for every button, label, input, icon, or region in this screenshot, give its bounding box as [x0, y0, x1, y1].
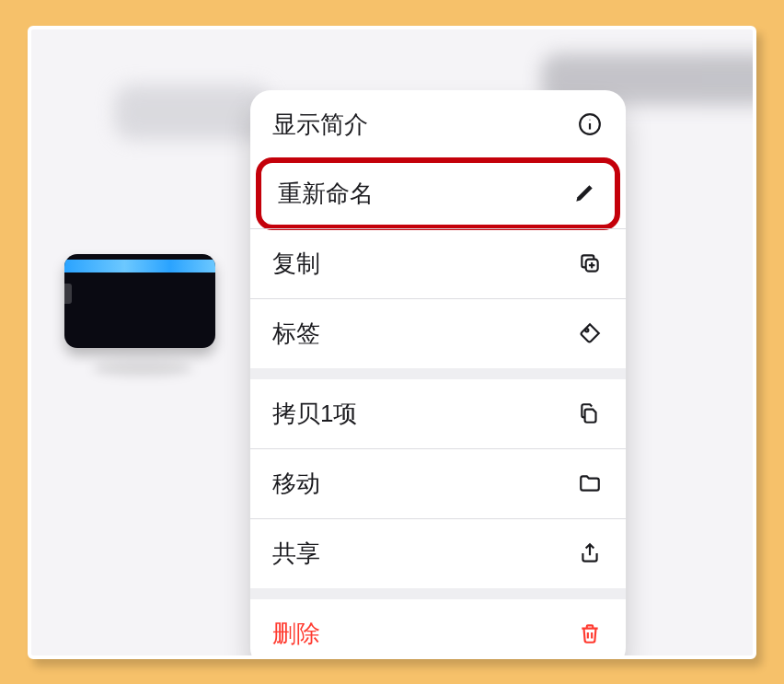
menu-item-label: 标签	[272, 318, 320, 350]
pencil-icon	[571, 180, 598, 207]
waveform-strip	[64, 260, 215, 272]
menu-item-label: 拷贝1项	[272, 398, 357, 430]
menu-item-label: 共享	[272, 538, 320, 570]
menu-item-duplicate[interactable]: 复制	[250, 228, 626, 298]
menu-group-3: 删除	[250, 588, 626, 659]
menu-item-label: 重新命名	[278, 178, 374, 210]
menu-group-2: 拷贝1项 移动 共享	[250, 368, 626, 588]
info-icon	[576, 110, 604, 138]
svg-point-2	[589, 120, 590, 121]
svg-point-6	[585, 329, 588, 331]
menu-item-label: 显示简介	[272, 109, 368, 141]
thumbnail-side-tab	[64, 284, 72, 304]
thumbnail-shadow	[92, 361, 193, 376]
blurred-background-text	[114, 85, 271, 140]
files-context-menu-screenshot: 显示简介 重新命名 复制 标签	[28, 26, 756, 659]
trash-icon	[576, 620, 604, 647]
copy-doc-icon	[576, 400, 604, 427]
tag-icon	[576, 319, 604, 347]
menu-item-move[interactable]: 移动	[250, 448, 626, 518]
menu-item-rename[interactable]: 重新命名	[256, 157, 620, 230]
context-menu: 显示简介 重新命名 复制 标签	[250, 90, 626, 659]
menu-item-tags[interactable]: 标签	[250, 298, 626, 368]
folder-icon	[576, 470, 604, 497]
menu-item-label: 移动	[272, 468, 320, 500]
duplicate-icon	[576, 249, 604, 277]
menu-item-label: 复制	[272, 248, 320, 280]
share-icon	[576, 539, 604, 567]
menu-item-share[interactable]: 共享	[250, 518, 626, 588]
file-thumbnail[interactable]	[64, 254, 215, 348]
menu-item-label: 删除	[272, 618, 320, 650]
menu-item-delete[interactable]: 删除	[250, 599, 626, 659]
menu-item-info[interactable]: 显示简介	[250, 90, 626, 159]
menu-item-copy[interactable]: 拷贝1项	[250, 379, 626, 448]
menu-group-1: 显示简介 重新命名 复制 标签	[250, 90, 626, 368]
